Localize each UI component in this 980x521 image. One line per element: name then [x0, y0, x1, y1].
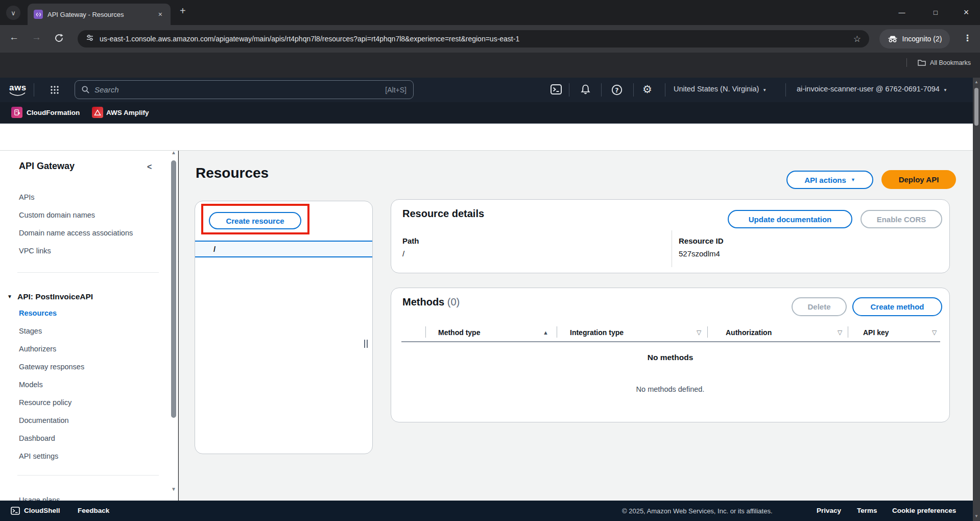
browser-menu-button[interactable]: ⋮	[963, 33, 972, 43]
aws-amplify-icon[interactable]	[92, 107, 103, 118]
empty-state-title: No methods	[391, 353, 949, 362]
column-header-authorization[interactable]: Authorization	[726, 328, 772, 337]
delete-label: Delete	[807, 302, 830, 311]
sidebar-item-domain-name-access-associations[interactable]: Domain name access associations	[0, 224, 178, 242]
sort-ascending-icon[interactable]: ▲	[543, 329, 548, 336]
tab-search-button[interactable]: ∨	[6, 6, 20, 20]
panel-resize-handle-icon[interactable]	[364, 340, 368, 348]
cloudshell-footer-label[interactable]: CloudShell	[24, 507, 60, 514]
caret-down-icon: ▼	[943, 88, 947, 92]
path-value: /	[402, 249, 404, 258]
help-button[interactable]: ?	[611, 84, 623, 98]
resource-details-panel: Resource details Update documentation En…	[391, 199, 950, 273]
sidenav-collapse-icon[interactable]: <	[147, 162, 152, 172]
delete-method-button[interactable]: Delete	[792, 297, 847, 316]
sidenav-group-2: Resources Stages Authorizers Gateway res…	[0, 304, 178, 465]
privacy-link[interactable]: Privacy	[817, 507, 841, 514]
terminal-icon	[11, 507, 20, 515]
aws-search-input[interactable]: Search [Alt+S]	[75, 80, 414, 99]
tab-close-icon[interactable]: ×	[156, 10, 164, 18]
enable-cors-button[interactable]: Enable CORS	[861, 210, 942, 228]
api-actions-button[interactable]: API actions ▼	[786, 171, 873, 189]
cloudformation-icon[interactable]	[11, 107, 22, 118]
sidebar-item-resources[interactable]: Resources	[0, 304, 178, 322]
divider	[785, 83, 786, 97]
sidebar-item-usage-plans[interactable]: Usage plans	[0, 491, 178, 501]
site-settings-icon[interactable]	[86, 34, 94, 44]
new-tab-button[interactable]: +	[180, 5, 186, 17]
cookie-preferences-link[interactable]: Cookie preferences	[892, 507, 956, 514]
settings-gear-button[interactable]: ⚙	[642, 83, 652, 96]
sidebar-item-custom-domain-names[interactable]: Custom domain names	[0, 206, 178, 224]
sidebar-scroll-up-icon[interactable]: ▲	[170, 150, 177, 155]
terms-link[interactable]: Terms	[857, 507, 877, 514]
account-label: ai-invoice-scanner-user @ 6762-0691-7094	[797, 85, 940, 93]
scroll-up-icon[interactable]: ▲	[973, 80, 980, 84]
update-documentation-label: Update documentation	[749, 215, 832, 224]
divider	[34, 83, 34, 97]
sidebar-item-dashboard[interactable]: Dashboard	[0, 430, 178, 447]
url-text[interactable]: us-east-1.console.aws.amazon.com/apigate…	[100, 35, 853, 43]
divider	[672, 230, 672, 267]
cloudshell-button[interactable]	[551, 84, 562, 97]
column-header-integration-type[interactable]: Integration type	[570, 328, 624, 337]
deploy-api-button[interactable]: Deploy API	[881, 170, 956, 189]
divider	[665, 83, 665, 97]
divider	[17, 272, 159, 273]
sort-icon[interactable]: ▽	[932, 329, 937, 336]
aws-logo[interactable]: aws	[9, 83, 27, 96]
url-bar[interactable]: us-east-1.console.aws.amazon.com/apigate…	[78, 30, 869, 48]
divider	[707, 326, 708, 338]
section-expanded-icon[interactable]: ▼	[7, 288, 12, 305]
bookmarks-bar: All Bookmarks	[0, 53, 980, 78]
methods-title: Methods (0)	[402, 296, 460, 308]
region-selector[interactable]: United States (N. Virginia)▼	[674, 85, 767, 93]
incognito-label: Incognito (2)	[902, 35, 942, 43]
sidebar-scrollbar[interactable]	[171, 160, 176, 418]
window-maximize-button[interactable]: □	[924, 0, 947, 25]
forward-button[interactable]: →	[32, 32, 41, 43]
update-documentation-button[interactable]: Update documentation	[728, 210, 852, 228]
reload-button[interactable]	[54, 33, 64, 45]
page-scrollbar[interactable]: ▲ ▼	[973, 78, 980, 521]
copyright-text: © 2025, Amazon Web Services, Inc. or its…	[622, 507, 773, 515]
browser-tab[interactable]: API Gateway - Resources ×	[28, 4, 171, 25]
sidebar-item-stages[interactable]: Stages	[0, 322, 178, 340]
reload-icon	[54, 33, 64, 43]
sidebar-item-gateway-responses[interactable]: Gateway responses	[0, 358, 178, 376]
sidebar-item-vpc-links[interactable]: VPC links	[0, 242, 178, 260]
sort-icon[interactable]: ▽	[838, 329, 842, 336]
resource-tree-root-row[interactable]: /	[195, 241, 372, 257]
sidebar-item-authorizers[interactable]: Authorizers	[0, 340, 178, 358]
sort-icon[interactable]: ▽	[697, 329, 701, 336]
feedback-button[interactable]: Feedback	[78, 507, 109, 514]
scroll-down-icon[interactable]: ▼	[973, 514, 980, 518]
window-close-button[interactable]: ×	[954, 0, 978, 25]
cloudshell-footer-button[interactable]	[11, 507, 20, 517]
favorite-aws-amplify[interactable]: AWS Amplify	[106, 109, 149, 116]
sidebar-item-apis[interactable]: APIs	[0, 188, 178, 206]
incognito-badge[interactable]: Incognito (2)	[879, 29, 950, 49]
services-grid-button[interactable]	[50, 85, 59, 97]
back-button[interactable]: ←	[9, 32, 19, 43]
sidebar-item-models[interactable]: Models	[0, 376, 178, 394]
create-method-button[interactable]: Create method	[852, 297, 942, 316]
column-header-api-key[interactable]: API key	[863, 328, 889, 337]
sidebar-item-resource-policy[interactable]: Resource policy	[0, 394, 178, 412]
methods-title-text: Methods	[402, 296, 444, 307]
notifications-button[interactable]	[580, 84, 591, 97]
all-bookmarks-button[interactable]: All Bookmarks	[906, 58, 971, 67]
create-method-label: Create method	[870, 302, 924, 311]
sidebar-item-documentation[interactable]: Documentation	[0, 412, 178, 430]
sidebar-section-api-postinvoiceapi[interactable]: API: PostInvoiceAPI	[17, 288, 93, 305]
bookmark-star-icon[interactable]: ☆	[853, 34, 861, 44]
column-header-method-type[interactable]: Method type	[438, 328, 480, 337]
resource-details-title: Resource details	[402, 208, 484, 220]
account-menu[interactable]: ai-invoice-scanner-user @ 6762-0691-7094…	[797, 85, 947, 93]
divider	[425, 326, 426, 338]
page-scrollbar-thumb[interactable]	[974, 88, 978, 126]
sidebar-item-api-settings[interactable]: API settings	[0, 447, 178, 465]
sidebar-scroll-down-icon[interactable]: ▼	[170, 486, 177, 492]
favorite-cloudformation[interactable]: CloudFormation	[27, 109, 80, 116]
window-minimize-button[interactable]: —	[890, 0, 914, 25]
